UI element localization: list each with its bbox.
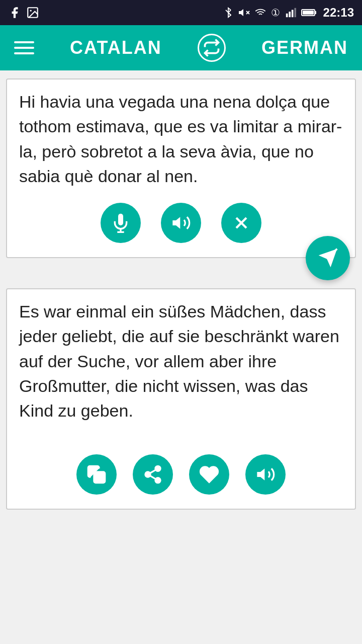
main-content: Hi havia una vegada una nena dolça que t… — [0, 78, 362, 510]
swap-icon — [203, 39, 221, 57]
header: CATALAN GERMAN — [0, 25, 362, 70]
svg-point-20 — [155, 466, 160, 471]
clear-icon — [231, 213, 251, 233]
svg-rect-19 — [94, 472, 105, 483]
copy-icon — [86, 464, 107, 485]
svg-marker-18 — [319, 249, 337, 268]
status-bar: ① 22:13 — [0, 0, 362, 25]
status-icons-left — [8, 6, 39, 19]
share-icon — [143, 464, 163, 485]
speaker-output-icon — [255, 464, 276, 485]
source-language-label: CATALAN — [70, 37, 162, 58]
output-panel: Es war einmal ein süßes Mädchen, dass je… — [6, 288, 356, 510]
copy-button[interactable] — [76, 454, 117, 495]
input-actions — [19, 203, 343, 247]
svg-marker-25 — [257, 469, 264, 480]
signal-icon — [284, 7, 297, 18]
input-panel: Hi havia una vegada una nena dolça que t… — [6, 78, 356, 258]
input-text[interactable]: Hi havia una vegada una nena dolça que t… — [19, 90, 343, 189]
svg-marker-14 — [172, 217, 180, 229]
wifi-icon — [254, 7, 267, 18]
bluetooth-icon — [223, 7, 234, 18]
svg-line-23 — [150, 476, 155, 479]
sim-icon: ① — [271, 7, 280, 19]
svg-line-24 — [150, 470, 155, 473]
svg-rect-8 — [294, 8, 296, 17]
svg-rect-5 — [286, 14, 288, 17]
target-language-label: GERMAN — [261, 37, 348, 58]
output-actions — [19, 454, 343, 499]
time-display: 22:13 — [323, 6, 354, 20]
microphone-button[interactable] — [101, 203, 141, 243]
facebook-icon — [8, 6, 21, 19]
speaker-output-button[interactable] — [245, 454, 286, 495]
svg-rect-11 — [303, 11, 314, 15]
svg-rect-6 — [289, 12, 291, 17]
favorite-icon — [199, 464, 219, 485]
clear-button[interactable] — [221, 203, 261, 243]
favorite-button[interactable] — [189, 454, 229, 495]
speaker-input-button[interactable] — [161, 203, 201, 243]
svg-point-21 — [145, 472, 150, 477]
svg-point-22 — [155, 478, 160, 483]
swap-languages-button[interactable] — [198, 34, 226, 62]
output-text: Es war einmal ein süßes Mädchen, dass je… — [19, 299, 343, 440]
battery-icon — [301, 7, 317, 18]
microphone-icon — [111, 213, 131, 233]
send-translate-button[interactable] — [306, 236, 350, 280]
send-icon — [317, 247, 339, 269]
menu-button[interactable] — [14, 41, 34, 54]
svg-rect-7 — [291, 10, 293, 18]
image-icon — [26, 6, 39, 19]
svg-rect-10 — [315, 11, 316, 14]
share-button[interactable] — [133, 454, 173, 495]
volume-muted-icon — [238, 7, 250, 19]
speaker-input-icon — [171, 213, 191, 233]
svg-point-1 — [30, 10, 32, 12]
status-icons-right: ① 22:13 — [223, 6, 354, 20]
